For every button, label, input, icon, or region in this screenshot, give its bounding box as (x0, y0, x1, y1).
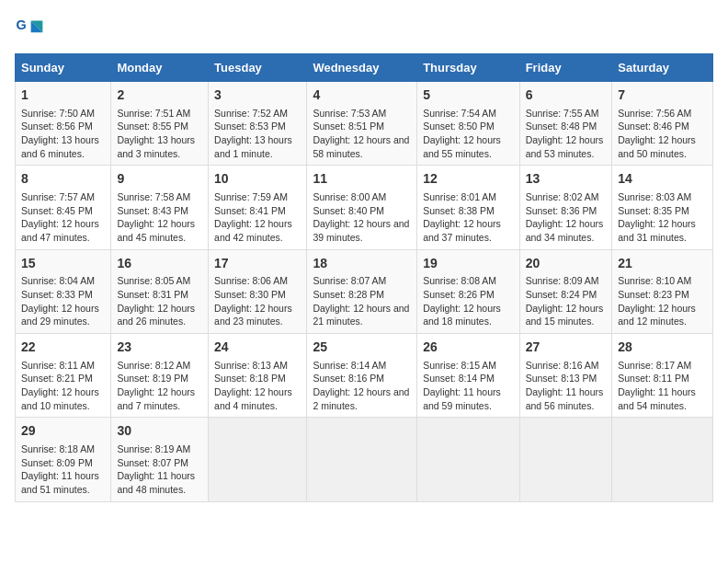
calendar-cell: 1Sunrise: 7:50 AMSunset: 8:56 PMDaylight… (16, 82, 111, 166)
calendar-cell: 30Sunrise: 8:19 AMSunset: 8:07 PMDayligh… (111, 418, 209, 501)
header-wednesday: Wednesday (307, 54, 417, 82)
day-info: Sunrise: 8:19 AMSunset: 8:07 PMDaylight:… (117, 442, 202, 497)
day-info: Sunrise: 7:58 AMSunset: 8:43 PMDaylight:… (117, 190, 202, 245)
calendar-cell: 13Sunrise: 8:02 AMSunset: 8:36 PMDayligh… (519, 166, 612, 249)
day-number: 13 (526, 170, 607, 189)
calendar-cell: 17Sunrise: 8:06 AMSunset: 8:30 PMDayligh… (209, 249, 307, 333)
day-number: 20 (526, 255, 607, 273)
day-number: 18 (313, 255, 411, 273)
day-info: Sunrise: 8:12 AMSunset: 8:19 PMDaylight:… (117, 359, 202, 413)
calendar-cell: 27Sunrise: 8:16 AMSunset: 8:13 PMDayligh… (519, 334, 612, 418)
day-info: Sunrise: 7:54 AMSunset: 8:50 PMDaylight:… (423, 107, 513, 161)
day-number: 27 (526, 339, 607, 357)
day-info: Sunrise: 7:51 AMSunset: 8:55 PMDaylight:… (117, 107, 202, 161)
day-info: Sunrise: 8:18 AMSunset: 8:09 PMDaylight:… (21, 442, 105, 497)
calendar-cell: 21Sunrise: 8:10 AMSunset: 8:23 PMDayligh… (612, 249, 713, 333)
day-number: 2 (117, 86, 202, 105)
day-info: Sunrise: 7:59 AMSunset: 8:41 PMDaylight:… (214, 190, 301, 245)
calendar-cell: 28Sunrise: 8:17 AMSunset: 8:11 PMDayligh… (612, 334, 713, 418)
day-number: 19 (423, 255, 513, 273)
day-number: 29 (21, 422, 105, 441)
calendar-cell (519, 418, 612, 501)
day-info: Sunrise: 7:52 AMSunset: 8:53 PMDaylight:… (214, 107, 301, 161)
day-number: 17 (214, 255, 301, 273)
day-info: Sunrise: 8:02 AMSunset: 8:36 PMDaylight:… (526, 190, 607, 245)
calendar-table: SundayMondayTuesdayWednesdayThursdayFrid… (15, 53, 713, 502)
day-number: 25 (313, 339, 411, 357)
day-info: Sunrise: 8:06 AMSunset: 8:30 PMDaylight:… (214, 274, 301, 328)
page-header: G (15, 15, 713, 44)
calendar-cell: 6Sunrise: 7:55 AMSunset: 8:48 PMDaylight… (519, 82, 612, 166)
calendar-cell: 15Sunrise: 8:04 AMSunset: 8:33 PMDayligh… (16, 249, 111, 333)
day-info: Sunrise: 8:03 AMSunset: 8:35 PMDaylight:… (618, 190, 707, 245)
day-number: 14 (618, 170, 707, 189)
day-info: Sunrise: 8:13 AMSunset: 8:18 PMDaylight:… (214, 359, 301, 413)
calendar-cell: 16Sunrise: 8:05 AMSunset: 8:31 PMDayligh… (111, 249, 209, 333)
day-info: Sunrise: 7:57 AMSunset: 8:45 PMDaylight:… (21, 190, 105, 245)
calendar-cell: 8Sunrise: 7:57 AMSunset: 8:45 PMDaylight… (16, 166, 111, 249)
day-number: 5 (423, 86, 513, 105)
day-info: Sunrise: 8:04 AMSunset: 8:33 PMDaylight:… (21, 274, 105, 328)
day-info: Sunrise: 8:14 AMSunset: 8:16 PMDaylight:… (313, 359, 411, 413)
day-number: 4 (313, 86, 411, 105)
day-info: Sunrise: 8:07 AMSunset: 8:28 PMDaylight:… (313, 274, 411, 328)
day-number: 9 (117, 170, 202, 189)
day-number: 30 (117, 422, 202, 441)
day-number: 23 (117, 339, 202, 357)
day-number: 11 (313, 170, 411, 189)
calendar-cell: 2Sunrise: 7:51 AMSunset: 8:55 PMDaylight… (111, 82, 209, 166)
calendar-cell: 22Sunrise: 8:11 AMSunset: 8:21 PMDayligh… (16, 334, 111, 418)
calendar-week-row: 8Sunrise: 7:57 AMSunset: 8:45 PMDaylight… (16, 166, 713, 249)
day-number: 22 (21, 339, 105, 357)
day-info: Sunrise: 7:55 AMSunset: 8:48 PMDaylight:… (526, 107, 607, 161)
day-number: 8 (21, 170, 105, 189)
svg-text:G: G (17, 17, 27, 32)
day-number: 1 (21, 86, 105, 105)
day-number: 12 (423, 170, 513, 189)
day-number: 26 (423, 339, 513, 357)
header-tuesday: Tuesday (209, 54, 307, 82)
logo-icon: G (15, 15, 44, 44)
calendar-cell: 23Sunrise: 8:12 AMSunset: 8:19 PMDayligh… (111, 334, 209, 418)
header-monday: Monday (111, 54, 209, 82)
calendar-cell: 25Sunrise: 8:14 AMSunset: 8:16 PMDayligh… (307, 334, 417, 418)
day-info: Sunrise: 8:11 AMSunset: 8:21 PMDaylight:… (21, 359, 105, 413)
day-number: 6 (526, 86, 607, 105)
day-info: Sunrise: 7:50 AMSunset: 8:56 PMDaylight:… (21, 107, 105, 161)
day-info: Sunrise: 8:10 AMSunset: 8:23 PMDaylight:… (618, 274, 707, 328)
day-info: Sunrise: 8:01 AMSunset: 8:38 PMDaylight:… (423, 190, 513, 245)
calendar-cell: 12Sunrise: 8:01 AMSunset: 8:38 PMDayligh… (417, 166, 519, 249)
calendar-week-row: 29Sunrise: 8:18 AMSunset: 8:09 PMDayligh… (16, 418, 713, 501)
calendar-cell: 18Sunrise: 8:07 AMSunset: 8:28 PMDayligh… (307, 249, 417, 333)
calendar-cell: 19Sunrise: 8:08 AMSunset: 8:26 PMDayligh… (417, 249, 519, 333)
day-number: 3 (214, 86, 301, 105)
day-number: 21 (618, 255, 707, 273)
calendar-cell: 26Sunrise: 8:15 AMSunset: 8:14 PMDayligh… (417, 334, 519, 418)
calendar-cell: 3Sunrise: 7:52 AMSunset: 8:53 PMDaylight… (209, 82, 307, 166)
day-number: 7 (618, 86, 707, 105)
logo: G (15, 15, 48, 44)
calendar-header-row: SundayMondayTuesdayWednesdayThursdayFrid… (16, 54, 713, 82)
day-info: Sunrise: 8:09 AMSunset: 8:24 PMDaylight:… (526, 274, 607, 328)
day-number: 28 (618, 339, 707, 357)
calendar-week-row: 1Sunrise: 7:50 AMSunset: 8:56 PMDaylight… (16, 82, 713, 166)
calendar-week-row: 15Sunrise: 8:04 AMSunset: 8:33 PMDayligh… (16, 249, 713, 333)
header-thursday: Thursday (417, 54, 519, 82)
calendar-cell: 29Sunrise: 8:18 AMSunset: 8:09 PMDayligh… (16, 418, 111, 501)
day-info: Sunrise: 7:56 AMSunset: 8:46 PMDaylight:… (618, 107, 707, 161)
day-info: Sunrise: 8:16 AMSunset: 8:13 PMDaylight:… (526, 359, 607, 413)
day-info: Sunrise: 7:53 AMSunset: 8:51 PMDaylight:… (313, 107, 411, 161)
calendar-cell: 5Sunrise: 7:54 AMSunset: 8:50 PMDaylight… (417, 82, 519, 166)
day-info: Sunrise: 8:05 AMSunset: 8:31 PMDaylight:… (117, 274, 202, 328)
day-number: 10 (214, 170, 301, 189)
calendar-cell: 9Sunrise: 7:58 AMSunset: 8:43 PMDaylight… (111, 166, 209, 249)
day-info: Sunrise: 8:15 AMSunset: 8:14 PMDaylight:… (423, 359, 513, 413)
calendar-cell: 4Sunrise: 7:53 AMSunset: 8:51 PMDaylight… (307, 82, 417, 166)
calendar-cell (612, 418, 713, 501)
calendar-week-row: 22Sunrise: 8:11 AMSunset: 8:21 PMDayligh… (16, 334, 713, 418)
calendar-cell (307, 418, 417, 501)
day-number: 16 (117, 255, 202, 273)
calendar-cell (417, 418, 519, 501)
header-friday: Friday (519, 54, 612, 82)
calendar-cell: 24Sunrise: 8:13 AMSunset: 8:18 PMDayligh… (209, 334, 307, 418)
